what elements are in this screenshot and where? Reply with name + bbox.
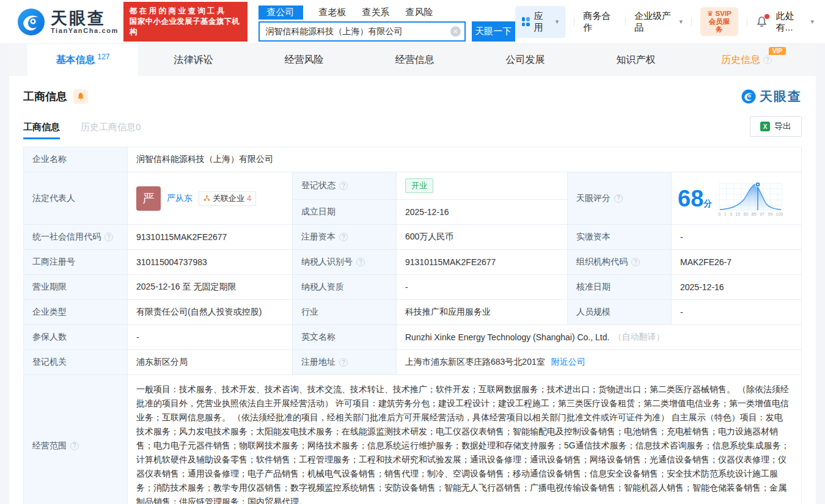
help-icon[interactable]: ? (614, 194, 623, 203)
field-label-approval-date: 核准日期 (568, 275, 672, 300)
field-label-score: 天眼评分 ? (568, 172, 672, 225)
score-unit: 分 (703, 199, 712, 208)
status-badge: 开业 (405, 178, 433, 193)
svip-sublabel: 会员服务 (706, 18, 732, 34)
tab-basic-count: 127 (97, 53, 109, 61)
top-nav: 应用 ▾ 商务合作 企业级产品 ▾ ♛ SVIP 会员服务 此处有... ▾ (515, 6, 814, 38)
main-content: 工商信息 天眼查 工商信息 历史工商信息0 X 导出 (9, 76, 816, 504)
tab-company-development[interactable]: 公司发展 (470, 44, 581, 76)
help-icon[interactable]: ? (70, 442, 79, 450)
related-companies-label: 关联企业 (213, 193, 244, 204)
notification-bell-button[interactable] (756, 16, 768, 27)
nav-cooperation[interactable]: 商务合作 (583, 10, 617, 34)
tab-operation-risk[interactable]: 经营风险 (249, 44, 359, 76)
nearby-companies-link[interactable]: 附近公司 (551, 357, 585, 368)
help-icon: ? (763, 56, 772, 64)
field-label-registered-address: 注册地址? (293, 350, 397, 375)
tianyancha-logo-icon (17, 8, 45, 36)
field-value-paid-capital: - (672, 225, 802, 250)
field-value-credit-code: 91310115MAK2FE2677 (128, 225, 293, 250)
subtab-business-info[interactable]: 工商信息 (23, 122, 60, 139)
tab-opinfo-label: 经营信息 (395, 54, 435, 67)
legal-rep-avatar[interactable]: 严 (136, 186, 161, 211)
field-label-business-scope: 经营范围? (24, 375, 128, 504)
help-icon[interactable]: ? (105, 233, 113, 241)
help-icon[interactable]: ? (339, 181, 348, 190)
field-label-company-name: 企业名称 (24, 147, 128, 172)
field-label-establish-date: 成立日期 (293, 200, 397, 225)
tab-history-label: 历史信息 (721, 54, 760, 67)
brand-promo: 都在用的商业查询工具 国家中小企业发展子基金旗下机构 (123, 2, 248, 42)
field-label-paid-capital: 实缴资本 (568, 225, 672, 250)
field-value-org-code: MAK2FE26-7 (672, 250, 802, 275)
tab-legal-cases[interactable]: 法律诉讼 (138, 44, 249, 76)
help-icon[interactable]: ? (339, 233, 348, 241)
search-button[interactable]: 天眼一下 (472, 21, 515, 42)
divider (574, 17, 574, 26)
export-button[interactable]: X 导出 (750, 116, 802, 137)
field-value-taxpayer-id: 91310115MAK2FE2677 (397, 250, 568, 275)
search-tab-risk[interactable]: 查风险 (406, 5, 433, 20)
brand-name: 天眼查 (51, 10, 119, 27)
tianyancha-logo[interactable]: 天眼查 TianYanCha.com (17, 8, 119, 36)
tab-risk-label: 经营风险 (285, 54, 324, 67)
field-label-registry-authority: 登记机关 (24, 350, 128, 375)
tab-basic-info[interactable]: 基本信息 127 (28, 44, 138, 76)
field-value-registry-authority: 浦东新区分局 (128, 350, 293, 375)
field-value-taxpayer-qualification: - (397, 275, 568, 300)
field-value-reg-status: 开业 (397, 172, 568, 200)
tab-operation-info[interactable]: 经营信息 (359, 44, 470, 76)
divider (691, 17, 692, 26)
help-icon[interactable]: ? (631, 258, 640, 266)
notification-dot (765, 14, 769, 19)
chevron-down-icon: ▾ (679, 18, 683, 26)
field-label-org-code: 组织机构代码? (568, 250, 672, 275)
search-tab-relation[interactable]: 查关系 (362, 5, 390, 20)
field-value-company-type: 有限责任公司(自然人投资或控股) (128, 300, 293, 325)
help-icon[interactable]: ? (356, 258, 365, 266)
search-tab-boss[interactable]: 查老板 (319, 5, 346, 20)
score-value: 68 (678, 186, 703, 211)
apps-menu[interactable]: 应用 ▾ (515, 6, 566, 38)
tab-history-info[interactable]: 历史信息 ? VIP (691, 44, 802, 76)
field-label-legal-rep: 法定代表人 (24, 172, 128, 225)
chevron-down-icon: ▾ (556, 18, 559, 26)
subtab-history-business-info[interactable]: 历史工商信息0 (81, 122, 141, 139)
field-label-staff-size: 人员规模 (568, 300, 672, 325)
business-info-table: 企业名称 润智信科能源科技（上海）有限公司 法定代表人 严 严从东 关联企业 4 (23, 147, 802, 504)
tab-intellectual-property[interactable]: 知识产权 (581, 44, 691, 76)
apps-grid-icon (522, 17, 530, 26)
user-menu[interactable]: 此处有... ▾ (776, 10, 814, 34)
tab-basic-label: 基本信息 (56, 54, 95, 67)
svip-member-button[interactable]: ♛ SVIP 会员服务 (700, 7, 738, 36)
nav-enterprise-label: 企业级产品 (634, 10, 676, 34)
nav-enterprise-products[interactable]: 企业级产品 ▾ (634, 10, 683, 34)
score-axis: 0131550859799100 (718, 212, 783, 216)
related-companies-badge[interactable]: 关联企业 4 (199, 191, 256, 206)
crown-icon: ♛ (707, 10, 713, 17)
field-label-taxpayer-id: 纳税人识别号? (293, 250, 397, 275)
search-tab-company[interactable]: 查公司 (258, 5, 303, 20)
chevron-down-icon: ▾ (810, 18, 814, 26)
field-label-registered-capital: 注册资本? (293, 225, 397, 250)
field-label-reg-status: 登记状态 ? (293, 172, 397, 200)
svip-label: SVIP (716, 10, 732, 17)
user-menu-label: 此处有... (776, 10, 808, 34)
field-value-approval-date: 2025-12-16 (672, 275, 802, 300)
field-value-score[interactable]: 68分 (672, 172, 802, 225)
help-icon[interactable]: ? (339, 358, 348, 367)
watermark-logo-icon (741, 89, 756, 104)
brand-domain: TianYanCha.com (51, 27, 119, 34)
clear-icon[interactable]: ✕ (450, 26, 461, 37)
related-companies-count: 4 (247, 194, 251, 203)
field-value-industry: 科技推广和应用服务业 (397, 300, 568, 325)
legal-rep-name-link[interactable]: 严从东 (167, 193, 193, 204)
section-title: 工商信息 (23, 89, 67, 104)
vip-badge: VIP (769, 47, 786, 55)
field-value-company-name: 润智信科能源科技（上海）有限公司 (128, 147, 802, 172)
company-tab-bar: 基本信息 127 法律诉讼 经营风险 经营信息 公司发展 知识产权 历史信息 ?… (9, 44, 816, 76)
field-value-english-name: Runzhi Xinke Energy Technology (Shanghai… (397, 325, 802, 350)
search-input[interactable] (258, 21, 466, 42)
search-tabs: 查公司 查老板 查关系 查风险 (258, 4, 515, 20)
subscribe-bell-button[interactable] (73, 89, 88, 104)
